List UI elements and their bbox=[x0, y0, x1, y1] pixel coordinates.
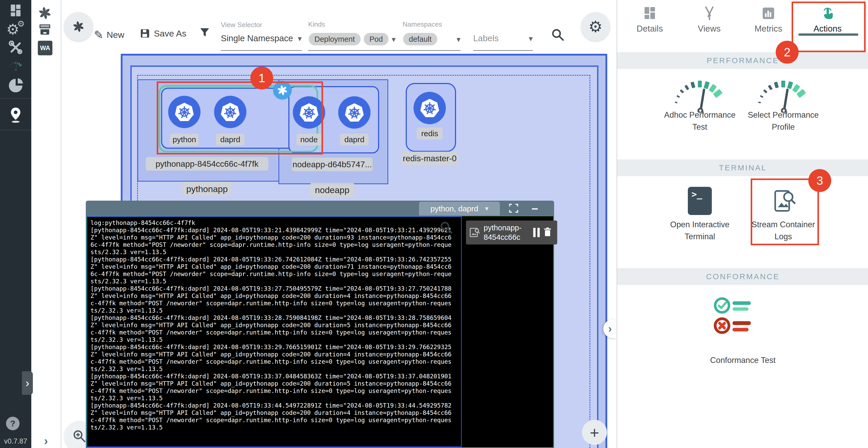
sidebar-expand-tab[interactable]: › bbox=[22, 371, 33, 395]
adhoc-performance-test-action[interactable] bbox=[671, 73, 728, 114]
kanvas-pin-icon[interactable] bbox=[0, 107, 31, 123]
select-performance-profile-label[interactable]: Select Performance Profile bbox=[743, 109, 824, 133]
save-as-button[interactable]: Save As bbox=[140, 28, 186, 39]
open-interactive-terminal-action[interactable]: >_ bbox=[688, 187, 712, 215]
configuration-tools-icon[interactable] bbox=[0, 39, 31, 56]
pause-stream-button[interactable] bbox=[533, 228, 540, 237]
performance-gauge-icon[interactable] bbox=[0, 57, 31, 73]
kubernetes-logo-icon bbox=[418, 96, 441, 120]
labels-placeholder: Labels bbox=[473, 33, 499, 43]
labels-dropdown[interactable]: Labels ▾ bbox=[473, 33, 533, 43]
terminal-minimize-button[interactable]: – bbox=[529, 202, 540, 214]
lifecycle-gears-icon[interactable]: ⚙ ⚙ bbox=[0, 21, 31, 37]
fullscreen-icon bbox=[509, 203, 519, 213]
trash-icon[interactable] bbox=[542, 227, 553, 238]
strip-collapse-chevron[interactable]: › bbox=[31, 434, 61, 448]
meshery-pinwheel-icon[interactable] bbox=[37, 6, 52, 20]
kubernetes-logo-icon bbox=[343, 101, 366, 124]
kind-chip-deployment[interactable]: Deployment bbox=[309, 33, 361, 46]
search-icon bbox=[439, 220, 454, 235]
log-output-pane[interactable]: log:pythonapp-8454cc66c-4f7fk [pythonapp… bbox=[87, 216, 462, 447]
tab-label: Views bbox=[698, 24, 720, 34]
terminal-fullscreen-button[interactable] bbox=[509, 203, 519, 214]
chevron-down-icon: ▾ bbox=[457, 35, 461, 44]
pause-icon bbox=[533, 228, 535, 237]
container-label: daprd bbox=[340, 133, 369, 146]
sidebar-divider bbox=[0, 98, 31, 99]
conformance-test-action[interactable] bbox=[712, 292, 758, 342]
meshery-kanvas-screen: ⚙ ⚙ › ? v0.7.87 WA bbox=[0, 0, 868, 448]
view-selector-value: Single Namespace bbox=[221, 33, 293, 43]
annotation-box-2 bbox=[792, 2, 866, 52]
chevron-down-icon: ▾ bbox=[392, 35, 396, 44]
chevron-down-icon: ▾ bbox=[529, 34, 533, 43]
deployment-label: nodeapp bbox=[310, 183, 354, 197]
conformance-test-label[interactable]: Conformance Test bbox=[696, 354, 790, 366]
wasm-wa-icon[interactable]: WA bbox=[38, 41, 53, 55]
kinds-dropdown[interactable]: Deployment Pod ▾ bbox=[309, 33, 408, 46]
log-search-button[interactable] bbox=[439, 220, 454, 236]
kinds-caption: Kinds bbox=[308, 20, 325, 28]
namespaces-dropdown[interactable]: default ▾ bbox=[403, 33, 461, 46]
tab-metrics[interactable]: Metrics bbox=[744, 3, 793, 36]
new-button-label: New bbox=[106, 30, 124, 40]
container-item-name: pythonapp-8454cc66c bbox=[484, 223, 531, 242]
select-performance-profile-action[interactable] bbox=[754, 73, 812, 114]
view-selector-dropdown[interactable]: Single Namespace ▾ bbox=[221, 33, 302, 43]
extensions-pie-icon[interactable] bbox=[0, 77, 31, 94]
labels-underline bbox=[473, 50, 533, 51]
settings-button[interactable]: ⚙ bbox=[581, 12, 610, 41]
tab-label: Details bbox=[637, 24, 663, 34]
annotation-badge-2: 2 bbox=[776, 41, 799, 64]
conformance-section-header: CONFORMANCE bbox=[617, 268, 868, 285]
terminal-container-selector[interactable]: python, daprd ▾ bbox=[419, 202, 500, 215]
annotation-badge-3: 3 bbox=[808, 169, 831, 192]
save-as-label: Save As bbox=[154, 28, 186, 39]
container-node-daprd[interactable] bbox=[338, 96, 371, 129]
container-node-redis[interactable] bbox=[413, 92, 446, 124]
pencil-icon: ✎ bbox=[94, 28, 103, 41]
tab-label: Metrics bbox=[754, 24, 782, 34]
annotation-box-1 bbox=[157, 81, 323, 154]
chevron-down-icon: ▾ bbox=[485, 205, 488, 213]
gear-small-icon: ⚙ bbox=[17, 19, 25, 29]
chevron-right-icon: › bbox=[26, 377, 29, 390]
cluster-pinwheel-button[interactable] bbox=[64, 12, 93, 41]
filter-funnel-icon[interactable] bbox=[199, 27, 211, 39]
tab-views[interactable]: Views bbox=[684, 3, 734, 36]
namespaces-underline bbox=[403, 50, 461, 51]
gauge-icon bbox=[754, 73, 812, 113]
sidebar-divider bbox=[0, 130, 31, 130]
canvas-tools-strip: WA › bbox=[31, 0, 61, 448]
pause-icon bbox=[537, 228, 540, 237]
new-button[interactable]: ✎ New bbox=[94, 28, 124, 41]
log-container-list-item[interactable]: pythonapp-8454cc66c bbox=[466, 220, 557, 244]
log-image-icon bbox=[469, 226, 481, 239]
chevron-right-icon: › bbox=[608, 323, 612, 335]
open-interactive-terminal-label[interactable]: Open Interactive Terminal bbox=[659, 219, 740, 243]
namespaces-caption: Namespaces bbox=[403, 20, 442, 28]
search-button[interactable] bbox=[551, 28, 565, 43]
adhoc-performance-test-label[interactable]: Adhoc Performance Test bbox=[659, 109, 740, 133]
log-terminal-window: python, daprd ▾ – log:pythonapp-8454cc66… bbox=[86, 201, 554, 448]
view-selector-caption: View Selector bbox=[221, 21, 262, 29]
archive-icon[interactable] bbox=[37, 23, 52, 37]
terminal-prompt-icon: >_ bbox=[691, 189, 702, 199]
views-branch-icon bbox=[702, 5, 717, 21]
annotation-box-3 bbox=[751, 178, 819, 245]
kind-chip-pod[interactable]: Pod bbox=[364, 33, 389, 46]
deployment-label: pythonapp bbox=[182, 182, 232, 196]
pod-label: nodeapp-d64b5747... bbox=[292, 158, 373, 171]
plus-icon: + bbox=[590, 423, 599, 442]
help-button[interactable]: ? bbox=[6, 417, 20, 430]
gauge-icon bbox=[671, 73, 728, 113]
details-grid-icon bbox=[642, 5, 658, 21]
pod-label: redis-master-0 bbox=[401, 152, 458, 165]
annotation-badge-1: 1 bbox=[250, 66, 273, 89]
conformance-checklist-icon bbox=[712, 292, 758, 341]
add-node-button[interactable]: + bbox=[582, 420, 607, 445]
version-label: v0.7.87 bbox=[0, 437, 31, 445]
dashboard-icon[interactable] bbox=[0, 2, 31, 19]
tab-details[interactable]: Details bbox=[625, 3, 675, 36]
namespace-chip-default[interactable]: default bbox=[403, 33, 437, 46]
